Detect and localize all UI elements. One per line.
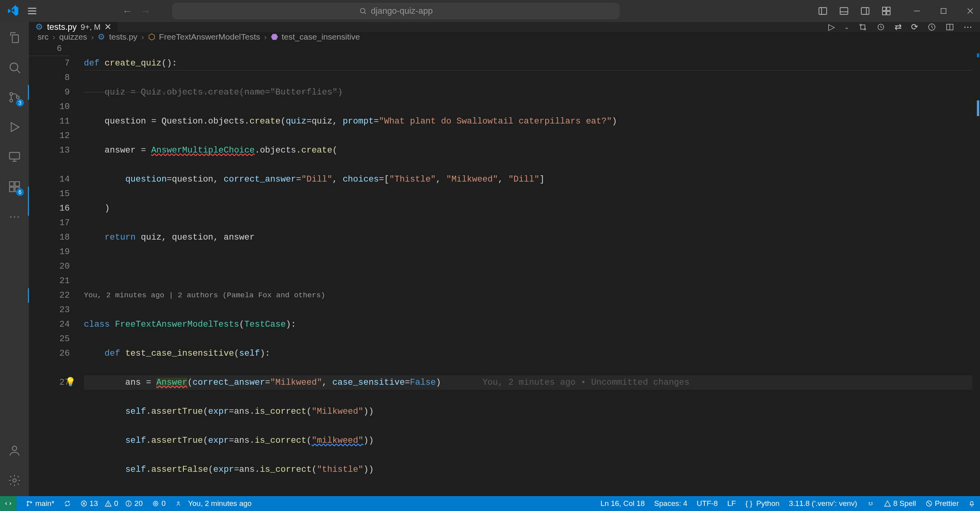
tab-tests-py[interactable]: ⚙ tests.py 9+, M ✕ <box>29 22 118 32</box>
remote-indicator[interactable] <box>0 496 16 511</box>
run-icon[interactable]: ▷ <box>828 22 835 32</box>
svg-rect-12 <box>887 7 890 11</box>
explorer-icon[interactable] <box>7 30 22 45</box>
svg-rect-16 <box>941 9 946 14</box>
svg-point-32 <box>12 446 16 451</box>
source-control-icon[interactable]: 3 <box>7 89 22 105</box>
svg-point-51 <box>155 503 157 505</box>
close-window-icon[interactable] <box>967 7 974 15</box>
status-bar: main* 13 0 20 0 You, 2 minutes ago Ln 16… <box>0 496 980 511</box>
run-dropdown-icon[interactable]: ⌄ <box>844 24 849 30</box>
split-editor-icon[interactable] <box>946 23 954 31</box>
accounts-icon[interactable] <box>7 443 22 458</box>
svg-point-40 <box>27 501 28 502</box>
go-icon[interactable]: ⟳ <box>911 22 918 32</box>
lightbulb-icon[interactable]: 💡 <box>65 375 76 390</box>
svg-line-4 <box>364 12 366 14</box>
svg-point-54 <box>869 502 870 504</box>
svg-point-23 <box>16 96 19 98</box>
svg-rect-31 <box>15 182 19 186</box>
ext-badge: 6 <box>16 188 24 196</box>
git-compare-icon[interactable] <box>858 23 867 31</box>
branch-indicator[interactable]: main* <box>26 499 54 508</box>
spell-check[interactable]: 8 Spell <box>884 499 916 508</box>
svg-point-33 <box>13 479 16 482</box>
svg-point-35 <box>864 29 866 30</box>
minimize-icon[interactable] <box>913 7 920 15</box>
svg-point-41 <box>27 505 28 506</box>
crumb[interactable]: src <box>38 32 49 42</box>
copilot-icon[interactable] <box>867 500 875 507</box>
scm-badge: 3 <box>16 99 24 107</box>
arrow-swap-icon[interactable]: ⇄ <box>895 22 902 32</box>
svg-point-19 <box>10 63 18 71</box>
toggle-primary-sidebar-icon[interactable] <box>818 6 828 16</box>
more-views-icon[interactable]: ⋯ <box>7 209 22 224</box>
svg-rect-13 <box>882 11 886 15</box>
prettier-indicator[interactable]: Prettier <box>926 499 959 508</box>
ports-indicator[interactable]: 0 <box>152 499 166 508</box>
svg-point-50 <box>128 502 129 502</box>
svg-point-55 <box>871 502 872 504</box>
python-interpreter[interactable]: 3.11.8 ('.venv': venv) <box>789 499 857 508</box>
search-sidebar-icon[interactable] <box>7 60 22 75</box>
python-file-icon: ⚙ <box>35 22 43 32</box>
editor-area: ⚙ tests.py 9+, M ✕ ▷ ⌄ ⇄ ⟳ ⋯ src› quizze… <box>29 22 980 496</box>
cursor-position[interactable]: Ln 16, Col 18 <box>601 499 645 508</box>
revert-icon[interactable] <box>877 23 885 31</box>
code-editor[interactable]: 6 7 8 9 10 11 12 13 14 15 16 17 18 19 20… <box>29 42 980 496</box>
run-debug-icon[interactable] <box>7 119 22 135</box>
tab-status: 9+, M <box>81 23 101 32</box>
hamburger-menu-icon[interactable] <box>27 5 38 16</box>
blame-status[interactable]: You, 2 minutes ago <box>175 499 252 508</box>
toggle-panel-icon[interactable] <box>839 6 849 16</box>
eol[interactable]: LF <box>727 499 736 508</box>
customize-layout-icon[interactable] <box>881 6 891 16</box>
more-actions-icon[interactable]: ⋯ <box>964 22 972 32</box>
problems-indicator[interactable]: 13 0 20 <box>80 499 143 508</box>
indentation[interactable]: Spaces: 4 <box>654 499 688 508</box>
vscode-logo-icon <box>6 4 20 18</box>
toggle-secondary-sidebar-icon[interactable] <box>860 6 870 16</box>
crumb[interactable]: FreeTextAnswerModelTests <box>159 32 260 42</box>
svg-point-47 <box>108 505 109 506</box>
svg-rect-7 <box>840 7 848 14</box>
language-mode[interactable]: { }Python <box>745 499 779 508</box>
encoding[interactable]: UTF-8 <box>697 499 718 508</box>
maximize-icon[interactable] <box>940 7 947 15</box>
minimap[interactable] <box>972 42 980 496</box>
crumb[interactable]: test_case_insensitive <box>282 32 360 42</box>
timeline-icon[interactable] <box>927 23 936 31</box>
sync-indicator[interactable] <box>64 500 71 507</box>
breadcrumbs[interactable]: src› quizzes› ⚙ tests.py› ⬡ FreeTextAnsw… <box>29 32 980 42</box>
crumb[interactable]: quizzes <box>59 32 87 42</box>
activity-bar: 3 6 ⋯ <box>0 22 29 496</box>
svg-line-57 <box>927 502 931 505</box>
class-icon: ⬡ <box>148 32 155 42</box>
close-tab-icon[interactable]: ✕ <box>104 22 111 32</box>
svg-rect-25 <box>9 153 20 159</box>
svg-rect-28 <box>9 182 14 186</box>
svg-point-22 <box>10 99 13 102</box>
nav-back-icon[interactable]: ← <box>122 5 132 17</box>
nav-forward-icon[interactable]: → <box>140 5 151 17</box>
extensions-icon[interactable]: 6 <box>7 179 22 195</box>
svg-marker-24 <box>11 123 19 132</box>
inline-blame: You, 2 minutes ago • Uncommitted changes <box>483 378 690 387</box>
crumb[interactable]: tests.py <box>109 32 137 42</box>
svg-point-53 <box>178 502 179 503</box>
notifications-icon[interactable] <box>968 500 975 507</box>
code-content[interactable]: def create_quiz(): quiz = Quiz.objects.c… <box>84 42 980 496</box>
command-center[interactable]: django-quiz-app <box>172 3 619 19</box>
codelens[interactable]: You, 2 minutes ago | 2 authors (Pamela F… <box>84 288 980 303</box>
svg-point-21 <box>10 93 13 95</box>
line-gutter: 6 7 8 9 10 11 12 13 14 15 16 17 18 19 20… <box>29 42 84 496</box>
svg-rect-11 <box>882 7 886 11</box>
svg-rect-14 <box>887 11 890 15</box>
svg-point-52 <box>153 501 158 506</box>
settings-gear-icon[interactable] <box>7 473 22 488</box>
remote-explorer-icon[interactable] <box>7 149 22 165</box>
editor-actions: ▷ ⌄ ⇄ ⟳ ⋯ <box>828 22 980 32</box>
svg-point-34 <box>860 24 862 26</box>
svg-rect-5 <box>819 7 827 14</box>
